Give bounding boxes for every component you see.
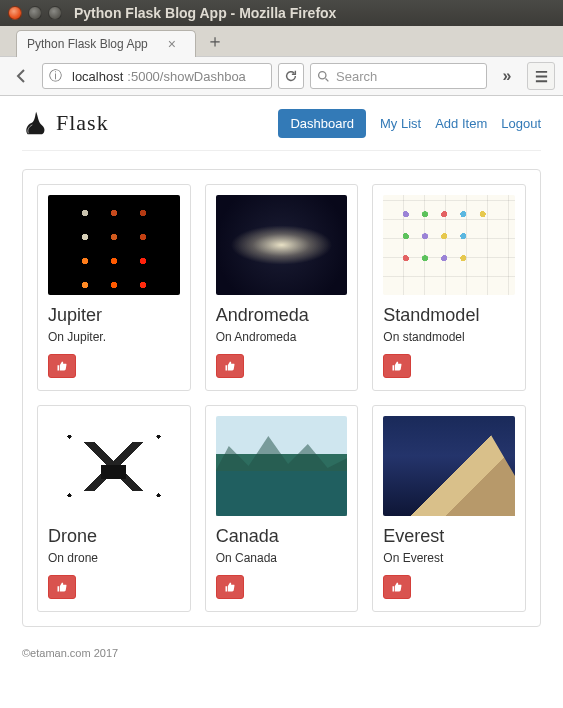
tab-title: Python Flask Blog App <box>27 37 148 51</box>
page-viewport: Flask Dashboard My List Add Item Logout … <box>0 96 563 708</box>
thumbs-up-icon <box>56 360 68 372</box>
dashboard-card: DroneOn drone <box>37 405 191 612</box>
thumbs-up-icon <box>224 360 236 372</box>
card-thumbnail <box>216 416 348 516</box>
dashboard-card: EverestOn Everest <box>372 405 526 612</box>
dashboard-card: CanadaOn Canada <box>205 405 359 612</box>
card-subtitle: On drone <box>48 551 98 565</box>
flask-logo: Flask <box>22 108 109 138</box>
card-subtitle: On Everest <box>383 551 443 565</box>
reload-icon <box>284 69 298 83</box>
hamburger-menu-button[interactable] <box>527 62 555 90</box>
search-placeholder: Search <box>336 69 377 84</box>
card-subtitle: On Jupiter. <box>48 330 106 344</box>
like-button[interactable] <box>48 575 76 599</box>
card-title: Standmodel <box>383 305 479 326</box>
logo-text: Flask <box>56 110 109 136</box>
search-box[interactable]: Search <box>310 63 487 89</box>
window-maximize-icon[interactable] <box>48 6 62 20</box>
card-thumbnail <box>383 195 515 295</box>
card-thumbnail <box>48 416 180 516</box>
url-bar[interactable]: ⓘ localhost:5000/showDashboa <box>42 63 272 89</box>
card-title: Canada <box>216 526 279 547</box>
main-nav: Dashboard My List Add Item Logout <box>278 109 541 138</box>
nav-my-list[interactable]: My List <box>380 116 421 131</box>
like-button[interactable] <box>216 575 244 599</box>
card-title: Drone <box>48 526 97 547</box>
nav-dashboard[interactable]: Dashboard <box>278 109 366 138</box>
nav-add-item[interactable]: Add Item <box>435 116 487 131</box>
overflow-button[interactable]: » <box>493 62 521 90</box>
like-button[interactable] <box>383 354 411 378</box>
window-close-icon[interactable] <box>8 6 22 20</box>
window-titlebar: Python Flask Blog App - Mozilla Firefox <box>0 0 563 26</box>
card-subtitle: On Canada <box>216 551 277 565</box>
url-host: localhost <box>72 69 123 84</box>
card-grid: JupiterOn Jupiter.AndromedaOn AndromedaS… <box>37 184 526 612</box>
browser-tab[interactable]: Python Flask Blog App × <box>16 30 196 57</box>
dashboard-card: JupiterOn Jupiter. <box>37 184 191 391</box>
svg-point-0 <box>319 71 326 78</box>
card-thumbnail <box>383 416 515 516</box>
card-title: Everest <box>383 526 444 547</box>
like-button[interactable] <box>216 354 244 378</box>
browser-toolbar: ⓘ localhost:5000/showDashboa Search » <box>0 56 563 96</box>
nav-logout[interactable]: Logout <box>501 116 541 131</box>
page-footer: ©etaman.com 2017 <box>22 627 541 659</box>
search-icon <box>317 70 330 83</box>
dashboard-card: AndromedaOn Andromeda <box>205 184 359 391</box>
dashboard-card: StandmodelOn standmodel <box>372 184 526 391</box>
card-title: Andromeda <box>216 305 309 326</box>
new-tab-button[interactable]: ＋ <box>204 30 226 52</box>
page-header: Flask Dashboard My List Add Item Logout <box>22 108 541 151</box>
card-subtitle: On standmodel <box>383 330 464 344</box>
url-path: :5000/showDashboa <box>127 69 246 84</box>
window-title: Python Flask Blog App - Mozilla Firefox <box>74 5 336 21</box>
thumbs-up-icon <box>391 360 403 372</box>
thumbs-up-icon <box>56 581 68 593</box>
back-button[interactable] <box>8 62 36 90</box>
site-info-icon[interactable]: ⓘ <box>49 67 62 85</box>
hamburger-icon <box>534 69 549 84</box>
card-thumbnail <box>216 195 348 295</box>
card-thumbnail <box>48 195 180 295</box>
card-title: Jupiter <box>48 305 102 326</box>
tab-strip: Python Flask Blog App × ＋ <box>0 26 563 56</box>
like-button[interactable] <box>383 575 411 599</box>
card-subtitle: On Andromeda <box>216 330 297 344</box>
window-minimize-icon[interactable] <box>28 6 42 20</box>
back-arrow-icon <box>14 68 30 84</box>
flask-logo-icon <box>22 108 52 138</box>
dashboard-panel: JupiterOn Jupiter.AndromedaOn AndromedaS… <box>22 169 541 627</box>
thumbs-up-icon <box>224 581 236 593</box>
reload-button[interactable] <box>278 63 304 89</box>
like-button[interactable] <box>48 354 76 378</box>
tab-close-icon[interactable]: × <box>168 37 176 51</box>
thumbs-up-icon <box>391 581 403 593</box>
